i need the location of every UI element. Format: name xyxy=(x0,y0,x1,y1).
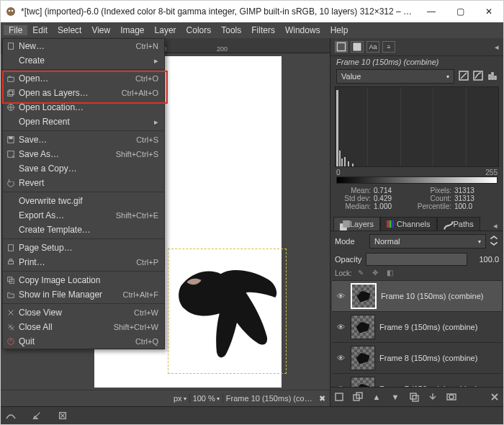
layer-thumbnail[interactable] xyxy=(351,283,377,309)
zoom-combo[interactable]: 100 %▾ xyxy=(193,394,220,403)
menu-edit[interactable]: Edit xyxy=(27,25,53,35)
dock-menu-icon-2[interactable]: ◂ xyxy=(490,221,500,231)
menu-filters[interactable]: Filters xyxy=(246,25,280,35)
layer-visibility-icon[interactable]: 👁 xyxy=(335,323,346,331)
lock-move-icon[interactable]: ✥ xyxy=(372,269,381,277)
lock-alpha-icon[interactable]: ◧ xyxy=(387,269,395,277)
layer-visibility-icon[interactable]: 👁 xyxy=(335,385,346,387)
duplicate-layer-icon[interactable] xyxy=(408,391,420,403)
menu-item-export-as[interactable]: Export As…Shift+Ctrl+E xyxy=(3,208,164,223)
cancel-icon[interactable]: ✖ xyxy=(319,394,325,403)
menu-image[interactable]: Image xyxy=(115,25,149,35)
svg-rect-23 xyxy=(9,43,14,50)
close-icon xyxy=(3,308,19,317)
layer-row[interactable]: 👁Frame 9 (150ms) (combine) xyxy=(332,311,502,342)
dock-menu-icon[interactable]: ◂ xyxy=(495,42,499,52)
histogram-range-gradient[interactable] xyxy=(336,176,498,184)
merge-down-icon[interactable] xyxy=(427,391,438,403)
menu-file[interactable]: File xyxy=(4,25,27,35)
svg-rect-8 xyxy=(492,73,493,79)
menu-item-copy-image-location[interactable]: Copy Image Location xyxy=(3,273,164,287)
menu-item-overwrite-twc-gif[interactable]: Overwrite twc.gif xyxy=(3,194,164,208)
histogram-channel-combo[interactable]: Value▾ xyxy=(336,69,454,84)
layer-row[interactable]: 👁Frame 10 (150ms) (combine) xyxy=(332,280,502,311)
menu-item-close-all[interactable]: Close AllShift+Ctrl+W xyxy=(3,320,164,334)
menu-item-save-as[interactable]: Save As…Shift+Ctrl+S xyxy=(3,147,164,161)
svg-point-21 xyxy=(449,395,454,399)
menu-item-print[interactable]: Print…Ctrl+P xyxy=(3,255,164,269)
selection-editor-icon[interactable] xyxy=(335,41,348,53)
layer-visibility-icon[interactable]: 👁 xyxy=(335,354,346,362)
menu-item-label: Overwrite twc.gif xyxy=(19,196,158,206)
menu-tools[interactable]: Tools xyxy=(216,25,246,35)
blend-mode-combo[interactable]: Normal▾ xyxy=(369,234,486,249)
menu-colors[interactable]: Colors xyxy=(181,25,217,35)
menu-item-show-in-file-manager[interactable]: Show in File ManagerCtrl+Alt+F xyxy=(3,287,164,302)
menu-item-create-template[interactable]: Create Template… xyxy=(3,223,164,237)
histogram-linear-icon[interactable] xyxy=(459,71,469,82)
hist-max: 255 xyxy=(485,169,498,176)
menu-item-page-setup[interactable]: Page Setup… xyxy=(3,241,164,255)
layer-name[interactable]: Frame 9 (150ms) (combine) xyxy=(379,323,499,331)
menu-item-revert[interactable]: Revert xyxy=(3,176,164,190)
maximize-button[interactable]: ▢ xyxy=(446,1,474,22)
minimize-button[interactable]: — xyxy=(417,1,446,22)
layers-icon xyxy=(3,89,19,97)
layer-mask-icon[interactable] xyxy=(446,391,457,403)
layer-visibility-icon[interactable]: 👁 xyxy=(335,292,346,300)
menu-select[interactable]: Select xyxy=(53,25,86,35)
layer-thumbnail[interactable] xyxy=(351,315,375,339)
lock-row: Lock: ✎ ✥ ◧ xyxy=(330,267,503,279)
menu-item-open-recent[interactable]: Open Recent▸ xyxy=(3,115,164,129)
layer-name[interactable]: Frame 8 (150ms) (combine) xyxy=(379,354,499,362)
document-history-icon[interactable]: ≡ xyxy=(382,41,395,53)
delete-icon[interactable] xyxy=(57,410,68,421)
window-title: *[twc] (imported)-6.0 (Indexed color 8-b… xyxy=(21,6,417,17)
menu-item-save[interactable]: Save…Ctrl+S xyxy=(3,133,164,147)
svg-rect-32 xyxy=(9,259,12,261)
menu-item-new[interactable]: New…Ctrl+N xyxy=(3,39,164,53)
delete-layer-icon[interactable] xyxy=(489,391,500,403)
raise-layer-icon[interactable]: ▲ xyxy=(371,391,382,403)
menu-item-label: Show in File Manager xyxy=(19,290,122,300)
menu-layer[interactable]: Layer xyxy=(150,25,181,35)
print-icon xyxy=(3,258,19,267)
histogram-log-icon[interactable] xyxy=(473,71,483,82)
tab-channels[interactable]: Channels xyxy=(380,217,436,231)
layer-thumbnail[interactable] xyxy=(351,346,375,370)
menu-item-shortcut: ▸ xyxy=(154,56,158,66)
layer-row[interactable]: 👁Frame 8 (150ms) (combine) xyxy=(332,342,502,373)
menu-item-save-a-copy[interactable]: Save a Copy… xyxy=(3,161,164,176)
font-icon[interactable]: Aa xyxy=(366,41,379,53)
lock-paint-icon[interactable]: ✎ xyxy=(358,269,366,277)
svg-point-2 xyxy=(12,10,14,12)
tab-layers[interactable]: Layers xyxy=(333,217,380,231)
lower-layer-icon[interactable]: ▼ xyxy=(390,391,401,403)
brush-icon[interactable] xyxy=(31,410,42,421)
menu-item-shortcut: ▸ xyxy=(154,117,158,127)
unit-combo[interactable]: px▾ xyxy=(174,394,186,403)
layer-name[interactable]: Frame 10 (150ms) (combine) xyxy=(381,292,499,300)
layer-group-icon[interactable] xyxy=(352,391,364,403)
new-layer-icon[interactable] xyxy=(333,391,345,403)
menu-view[interactable]: View xyxy=(86,25,115,35)
menu-windows[interactable]: Windows xyxy=(280,25,325,35)
menu-item-open[interactable]: Open…Ctrl+O xyxy=(3,71,164,86)
menu-help[interactable]: Help xyxy=(325,25,354,35)
device-status-icon[interactable] xyxy=(351,41,364,53)
layer-row[interactable]: 👁Frame 7 (150ms) (combine) xyxy=(332,373,502,387)
menu-item-quit[interactable]: QuitCtrl+Q xyxy=(3,334,164,349)
menu-item-open-as-layers[interactable]: Open as Layers…Ctrl+Alt+O xyxy=(3,86,164,100)
layer-thumbnail[interactable] xyxy=(351,377,375,387)
menu-item-open-location[interactable]: Open Location… xyxy=(3,100,164,115)
histogram-style-icon[interactable] xyxy=(487,71,498,82)
mode-switch-icon[interactable] xyxy=(489,236,499,247)
status-frame-label: Frame 10 (150ms) (combi… xyxy=(226,394,316,403)
close-window-button[interactable]: ✕ xyxy=(474,1,503,22)
menu-item-create[interactable]: Create▸ xyxy=(3,53,164,68)
bottom-toolbar xyxy=(1,406,503,424)
menu-item-close-view[interactable]: Close ViewCtrl+W xyxy=(3,305,164,320)
tab-paths[interactable]: Paths xyxy=(437,217,480,231)
wilber-icon[interactable] xyxy=(5,410,17,421)
opacity-slider[interactable] xyxy=(366,253,467,266)
